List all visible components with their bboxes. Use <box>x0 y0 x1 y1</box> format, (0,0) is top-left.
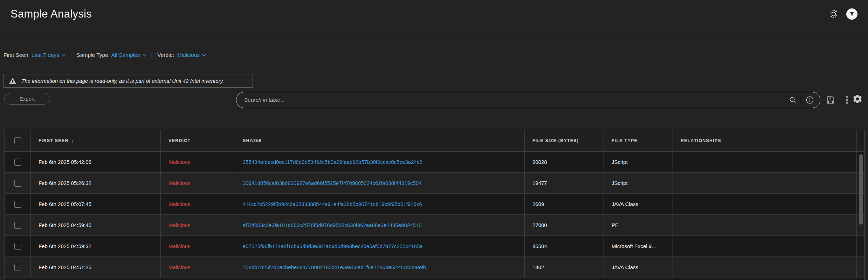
filter-separator: | <box>70 52 72 58</box>
cell-relationships <box>673 257 857 278</box>
sha256-link[interactable]: 30941d056caf03b6830987e6ad66f5515e7f4709… <box>243 180 422 186</box>
filter-label-verdict: Verdict <box>157 52 174 58</box>
funnel-icon <box>849 12 854 16</box>
gear-icon <box>852 94 863 104</box>
chevron-down-icon <box>202 54 206 56</box>
chevron-down-icon <box>62 54 66 56</box>
table-row[interactable]: Feb 6th 2025 05:42:06 Malicious 255434af… <box>5 152 864 173</box>
export-button[interactable]: Export <box>4 93 50 105</box>
filter-label-sample-type: Sample Type <box>77 52 108 58</box>
row-checkbox[interactable] <box>14 222 21 229</box>
cell-verdict: Malicious <box>161 215 235 235</box>
column-header-first-seen[interactable]: First Seen ↓ <box>31 130 161 151</box>
cell-relationships <box>673 236 857 256</box>
cell-first-seen: Feb 6th 2025 04:59:40 <box>31 215 161 235</box>
scrollbar-gutter-cell <box>857 236 865 256</box>
cell-first-seen: Feb 6th 2025 04:51:25 <box>31 257 161 278</box>
cell-file-size: 85504 <box>525 236 604 256</box>
sync-button[interactable] <box>829 9 839 19</box>
cell-file-type: JScript <box>612 159 628 165</box>
cell-file-type: JScript <box>612 180 628 186</box>
topbar-icons <box>829 8 857 20</box>
filter-bar: First Seen Last 7 days | Sample Type All… <box>0 45 868 65</box>
table-row[interactable]: Feb 6th 2025 04:59:40 Malicious af72f003… <box>5 215 864 236</box>
table-settings-button[interactable] <box>852 93 863 105</box>
cell-file-size: 2609 <box>525 194 604 214</box>
table-body: Feb 6th 2025 05:42:06 Malicious 255434af… <box>5 152 864 278</box>
filters: First Seen Last 7 days | Sample Type All… <box>4 45 206 65</box>
table-search-box <box>236 92 820 108</box>
save-view-button[interactable] <box>826 95 835 105</box>
search-icon[interactable] <box>789 96 797 104</box>
filter-dropdown-first-seen[interactable]: Last 7 days <box>32 52 66 58</box>
warning-triangle-icon <box>9 78 16 84</box>
row-checkbox[interactable] <box>14 159 21 166</box>
filter-dropdown-sample-type[interactable]: All Samples <box>111 52 146 58</box>
table-row[interactable]: Feb 6th 2025 04:59:32 Malicious e57525f9… <box>5 236 864 257</box>
sync-icon <box>829 9 839 19</box>
sha256-link[interactable]: 255434afdecd0ec117d8d0b53462c5b0a09faab9… <box>243 159 422 165</box>
row-checkbox[interactable] <box>14 264 21 271</box>
filter-avatar-button[interactable] <box>846 8 857 20</box>
table-row[interactable]: Feb 6th 2025 05:07:45 Malicious 411cc2b5… <box>5 194 864 215</box>
cell-file-type: JAVA Class <box>612 264 638 270</box>
sha256-link[interactable]: e57525f96fb174a8f1cb95d8d3e387ad9d5d993b… <box>243 243 423 249</box>
row-checkbox[interactable] <box>14 243 21 250</box>
table-row[interactable]: Feb 6th 2025 05:26:32 Malicious 30941d05… <box>5 173 864 194</box>
sort-descending-icon: ↓ <box>71 138 74 144</box>
cell-first-seen: Feb 6th 2025 05:42:06 <box>31 152 161 172</box>
sha256-link[interactable]: 411cc2b5229f5b92c6a0833388544e91e4fa38b5… <box>243 201 422 207</box>
page-title: Sample Analysis <box>11 8 92 20</box>
read-only-notice: The information on this page is read-onl… <box>4 74 253 88</box>
cell-first-seen: Feb 6th 2025 04:59:32 <box>31 236 161 256</box>
column-header-sha256[interactable]: SHA256 <box>235 130 525 151</box>
table-header-row: First Seen ↓ Verdict SHA256 File Size (B… <box>5 130 864 152</box>
cell-file-size: 1402 <box>525 257 604 278</box>
partial-next-row <box>5 278 864 280</box>
table-row[interactable]: Feb 6th 2025 04:51:25 Malicious 708db782… <box>5 257 864 278</box>
pill-divider <box>801 95 801 105</box>
cell-file-size: 19477 <box>525 173 604 193</box>
vertical-scrollbar-thumb[interactable] <box>859 154 863 225</box>
cell-relationships <box>673 194 857 214</box>
cell-relationships <box>673 152 857 172</box>
info-icon[interactable] <box>805 95 814 105</box>
scrollbar-gutter-cell <box>857 257 865 278</box>
toolbar-icons <box>826 92 848 108</box>
sha256-link[interactable]: 708db7825f2b7e4bebe2c8778082180c41e3e958… <box>243 264 426 270</box>
cell-relationships <box>673 215 857 235</box>
column-header-verdict[interactable]: Verdict <box>161 130 235 151</box>
top-bar: Sample Analysis <box>0 0 868 37</box>
select-all-checkbox[interactable] <box>14 137 21 144</box>
sha256-link[interactable]: af72f003c2e3fe101d866c2576f5d976d9588c63… <box>243 222 422 228</box>
save-icon <box>826 95 835 105</box>
samples-table: First Seen ↓ Verdict SHA256 File Size (B… <box>5 130 864 280</box>
cell-verdict: Malicious <box>161 173 235 193</box>
cell-file-type: JAVA Class <box>612 201 638 207</box>
column-header-relationships[interactable]: Relationships <box>673 130 857 151</box>
row-checkbox[interactable] <box>14 201 21 208</box>
cell-verdict: Malicious <box>161 152 235 172</box>
search-input[interactable] <box>244 97 789 103</box>
column-header-file-type[interactable]: File Type <box>604 130 673 151</box>
cell-first-seen: Feb 6th 2025 05:26:32 <box>31 173 161 193</box>
cell-verdict: Malicious <box>161 257 235 278</box>
notice-text: The information on this page is read-onl… <box>21 78 224 84</box>
filter-dropdown-verdict[interactable]: Malicious <box>177 52 206 58</box>
chevron-down-icon <box>143 54 146 56</box>
cell-verdict: Malicious <box>161 236 235 256</box>
scrollbar-gutter-header <box>857 130 865 151</box>
cell-file-size: 20028 <box>525 152 604 172</box>
filter-separator: | <box>151 52 153 58</box>
column-header-file-size[interactable]: File Size (Bytes) <box>525 130 604 151</box>
cell-relationships <box>673 173 857 193</box>
cell-file-type: Microsoft Excel 9… <box>612 243 657 249</box>
cell-first-seen: Feb 6th 2025 05:07:45 <box>31 194 161 214</box>
kebab-menu-button[interactable] <box>846 95 848 105</box>
cell-verdict: Malicious <box>161 194 235 214</box>
kebab-menu-icon <box>846 95 848 105</box>
filter-label-first-seen: First Seen <box>4 52 28 58</box>
cell-file-type: PE <box>612 222 619 228</box>
row-checkbox[interactable] <box>14 180 21 187</box>
cell-file-size: 27000 <box>525 215 604 235</box>
